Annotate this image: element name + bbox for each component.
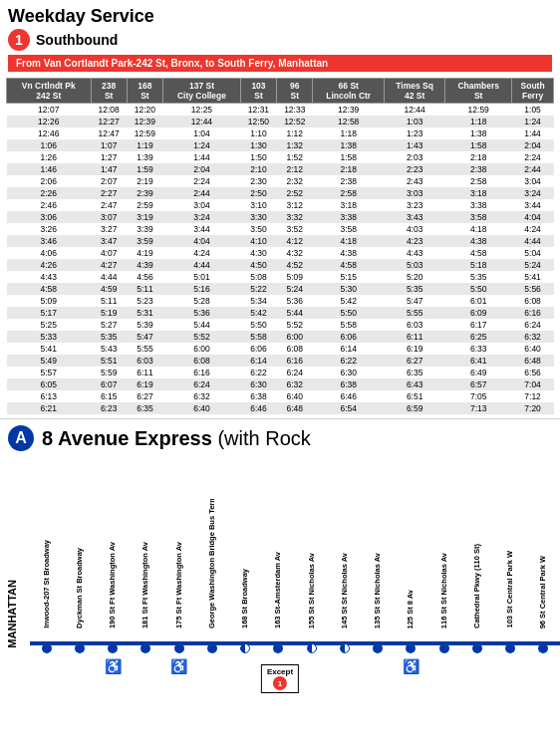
table-cell: 6:11 — [127, 367, 162, 378]
table-cell: 1:06 — [7, 139, 92, 151]
table-cell: 6:08 — [163, 355, 241, 367]
table-cell: 4:07 — [91, 247, 127, 259]
table-cell: 1:44 — [163, 151, 241, 163]
table-cell: 6:56 — [512, 367, 554, 378]
table-cell: 1:26 — [7, 151, 92, 163]
station-name: Cathedral Pkwy (110 St) — [473, 544, 481, 628]
table-cell: 1:58 — [445, 139, 512, 151]
table-cell: 5:33 — [7, 331, 92, 343]
station-name: 190 St Ft Washington Av — [109, 542, 117, 628]
dot-item — [527, 643, 560, 653]
table-cell: 3:18 — [313, 199, 385, 211]
table-row: 4:264:274:394:444:504:524:585:035:185:24 — [7, 259, 554, 271]
except-label: Except — [267, 667, 293, 676]
station-name: Inwood-207 St Broadway — [43, 540, 51, 628]
access-item — [30, 658, 63, 674]
table-cell: 4:04 — [163, 235, 241, 247]
table-cell: 5:15 — [313, 271, 385, 283]
table-cell: 2:27 — [91, 187, 127, 199]
table-cell: 5:41 — [7, 343, 92, 355]
table-cell: 4:12 — [277, 235, 313, 247]
table-cell: 2:18 — [313, 163, 385, 175]
table-row: 2:062:072:192:242:302:322:382:432:583:04 — [7, 175, 554, 187]
table-cell: 6:19 — [127, 378, 162, 390]
table-cell: 4:27 — [91, 259, 127, 271]
station-name: 125 St 8 Av — [407, 590, 415, 628]
table-cell: 3:47 — [91, 235, 127, 247]
table-cell: 4:04 — [512, 211, 554, 223]
dot-item — [494, 643, 527, 653]
table-cell: 3:07 — [91, 211, 127, 223]
table-cell: 6:48 — [277, 402, 313, 414]
table-cell: 6:27 — [385, 355, 445, 367]
table-cell: 3:44 — [512, 199, 554, 211]
header: Weekday Service 1 Southbound From Van Co… — [0, 0, 560, 78]
table-cell: 3:10 — [240, 199, 276, 211]
table-row: 5:335:355:475:525:586:006:066:116:256:32 — [7, 331, 554, 343]
station-dot — [75, 643, 85, 653]
dot-item — [262, 643, 295, 653]
station-item: 96 St Central Park W — [527, 556, 560, 628]
table-cell: 5:42 — [313, 295, 385, 307]
express-title-bold: 8 Avenue Express — [42, 427, 212, 449]
table-row: 1:261:271:391:441:501:521:582:032:182:24 — [7, 151, 554, 163]
table-cell: 5:20 — [385, 271, 445, 283]
table-cell: 5:35 — [385, 283, 445, 295]
station-dot — [472, 643, 482, 653]
col-header: Vn Crtlndt Pk242 St — [7, 79, 92, 104]
table-cell: 5:04 — [512, 247, 554, 259]
table-cell: 6:09 — [445, 307, 512, 319]
table-cell: 12:59 — [445, 104, 512, 117]
table-row: 3:463:473:594:044:104:124:184:234:384:44 — [7, 235, 554, 247]
table-row: 1:061:071:191:241:301:321:381:431:582:04 — [7, 139, 554, 151]
table-cell: 5:17 — [7, 307, 92, 319]
table-cell: 3:58 — [445, 211, 512, 223]
table-cell: 4:58 — [445, 247, 512, 259]
table-cell: 1:38 — [445, 127, 512, 139]
station-dot — [108, 643, 118, 653]
table-cell: 3:23 — [385, 199, 445, 211]
table-cell: 4:59 — [91, 283, 127, 295]
table-cell: 6:30 — [240, 378, 276, 390]
table-cell: 2:52 — [277, 187, 313, 199]
station-dot — [240, 643, 250, 653]
table-cell: 4:39 — [127, 259, 162, 271]
table-cell: 6:00 — [277, 331, 313, 343]
station-dot — [307, 643, 317, 653]
borough-label: MANHATTAN — [6, 580, 18, 648]
table-cell: 5:59 — [91, 367, 127, 378]
table-cell: 6:11 — [385, 331, 445, 343]
table-cell: 1:58 — [313, 151, 385, 163]
station-dot — [439, 643, 449, 653]
station-name: 175 St Ft Washington Av — [175, 542, 183, 628]
table-cell: 6:38 — [240, 390, 276, 402]
station-name: 168 St Broadway — [241, 569, 249, 628]
table-cell: 7:12 — [512, 390, 554, 402]
table-cell: 6:30 — [313, 367, 385, 378]
table-cell: 4:50 — [240, 259, 276, 271]
station-name: 135 St St Nicholas Av — [374, 553, 382, 628]
station-dot — [505, 643, 515, 653]
table-cell: 2:04 — [512, 139, 554, 151]
table-cell: 3:18 — [445, 187, 512, 199]
table-cell: 12:52 — [277, 116, 313, 127]
table-cell: 6:22 — [313, 355, 385, 367]
table-cell: 6:03 — [385, 319, 445, 331]
table-cell: 2:44 — [512, 163, 554, 175]
table-cell: 7:05 — [445, 390, 512, 402]
col-header: 168St — [127, 79, 162, 104]
table-cell: 4:18 — [313, 235, 385, 247]
table-cell: 5:24 — [512, 259, 554, 271]
table-cell: 5:39 — [127, 319, 162, 331]
table-cell: 1:23 — [385, 127, 445, 139]
station-item: 135 St St Nicholas Av — [362, 553, 395, 628]
table-cell: 6:27 — [127, 390, 162, 402]
table-cell: 5:25 — [7, 319, 92, 331]
table-cell: 6:46 — [313, 390, 385, 402]
table-cell: 6:01 — [445, 295, 512, 307]
table-cell: 2:38 — [445, 163, 512, 175]
table-row: 5:175:195:315:365:425:445:505:556:096:16 — [7, 307, 554, 319]
table-cell: 3:50 — [240, 223, 276, 235]
table-cell: 7:13 — [445, 402, 512, 414]
table-cell: 1:04 — [163, 127, 241, 139]
